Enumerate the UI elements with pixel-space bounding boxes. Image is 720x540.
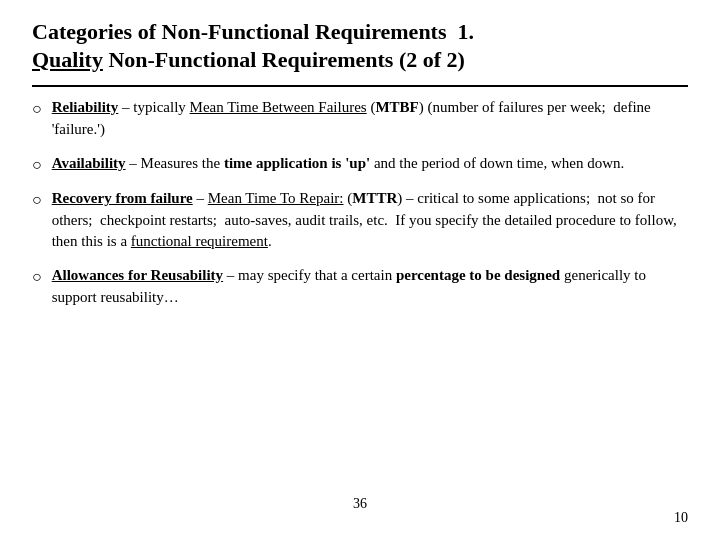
bullet-reliability: ○ Reliability – typically Mean Time Betw… xyxy=(32,97,688,141)
bullet-reusability: ○ Allowances for Reusability – may speci… xyxy=(32,265,688,309)
functional-req-underline: functional requirement xyxy=(131,233,268,249)
page-number: 36 xyxy=(353,496,367,512)
footer: 36 10 xyxy=(32,510,688,526)
bullet-text-reusability: Allowances for Reusability – may specify… xyxy=(52,265,688,309)
time-application-bold: time application is 'up' xyxy=(224,155,370,171)
slide-number: 10 xyxy=(674,510,688,526)
mtbf-abbr: MTBF xyxy=(375,99,418,115)
bullet-availability: ○ Availability – Measures the time appli… xyxy=(32,153,688,176)
availability-term: Availability xyxy=(52,155,126,171)
percentage-bold: percentage to be designed xyxy=(396,267,560,283)
content-area: ○ Reliability – typically Mean Time Betw… xyxy=(32,97,688,510)
bullet-symbol-4: ○ xyxy=(32,266,42,288)
divider xyxy=(32,85,688,87)
page: Categories of Non-Functional Requirement… xyxy=(0,0,720,540)
bullet-recovery: ○ Recovery from failure – Mean Time To R… xyxy=(32,188,688,253)
mttr-underline: Mean Time To Repair: xyxy=(208,190,344,206)
title-paren: (2 of 2) xyxy=(399,47,465,72)
bullet-text-availability: Availability – Measures the time applica… xyxy=(52,153,688,175)
bullet-text-reliability: Reliability – typically Mean Time Betwee… xyxy=(52,97,688,141)
recovery-term: Recovery from failure xyxy=(52,190,193,206)
header: Categories of Non-Functional Requirement… xyxy=(32,18,688,73)
title-line2: Quality Non-Functional Requirements (2 o… xyxy=(32,46,688,74)
reusability-term: Allowances for Reusability xyxy=(52,267,223,283)
title-quality: Quality xyxy=(32,47,103,72)
bullet-text-recovery: Recovery from failure – Mean Time To Rep… xyxy=(52,188,688,253)
bullet-symbol-3: ○ xyxy=(32,189,42,211)
title-suffix: Non-Functional Requirements xyxy=(103,47,399,72)
title-prefix: Categories of Non-Functional Requirement… xyxy=(32,19,474,44)
title-line1: Categories of Non-Functional Requirement… xyxy=(32,18,688,46)
mtbf-underline: Mean Time Between Failures xyxy=(190,99,367,115)
mttr-abbr: MTTR xyxy=(352,190,397,206)
bullet-symbol-1: ○ xyxy=(32,98,42,120)
reliability-term: Reliability xyxy=(52,99,119,115)
bullet-symbol-2: ○ xyxy=(32,154,42,176)
